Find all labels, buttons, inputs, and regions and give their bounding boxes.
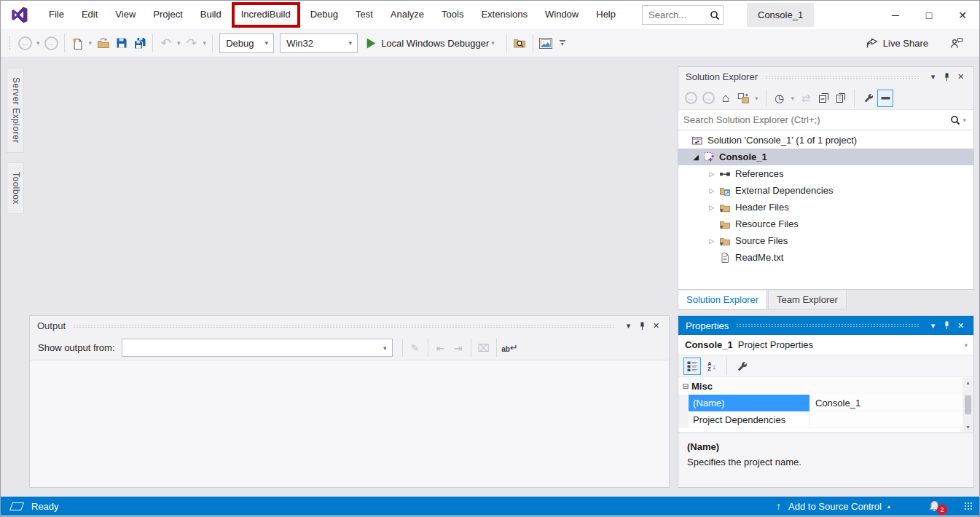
- panel-drag-handle[interactable]: [736, 323, 919, 328]
- redo-dropdown[interactable]: ▾: [201, 39, 209, 47]
- close-panel-button[interactable]: ✕: [649, 321, 663, 331]
- tree-item-references[interactable]: ▷References: [678, 165, 973, 182]
- word-wrap-button[interactable]: ab↵: [501, 342, 520, 353]
- close-panel-button[interactable]: ✕: [954, 72, 968, 82]
- window-position-dropdown[interactable]: ▾: [926, 72, 940, 82]
- previous-message-button[interactable]: ⇤: [432, 342, 450, 354]
- quick-search-box[interactable]: [642, 5, 724, 25]
- close-button[interactable]: ✕: [946, 1, 979, 29]
- categorized-view-button[interactable]: [683, 358, 701, 375]
- tree-item-readme-txt[interactable]: ReadMe.txt: [678, 249, 973, 266]
- feedback-button[interactable]: [950, 37, 963, 49]
- alphabetical-sort-button[interactable]: AZ↓: [703, 358, 721, 375]
- pin-icon[interactable]: [940, 321, 954, 330]
- dock-tab-server-explorer[interactable]: Server Explorer: [7, 68, 24, 153]
- property-name-cell[interactable]: (Name): [689, 395, 810, 411]
- property-row-project-dependencies[interactable]: Project Dependencies: [678, 411, 973, 428]
- scrollbar-thumb[interactable]: [965, 395, 971, 414]
- scroll-up-icon[interactable]: ▴: [966, 379, 969, 386]
- properties-button[interactable]: [860, 90, 876, 107]
- tree-collapsed-arrow-icon[interactable]: ▷: [705, 237, 719, 245]
- menu-item-test[interactable]: Test: [347, 1, 382, 29]
- menu-item-tools[interactable]: Tools: [433, 1, 472, 29]
- menu-item-help[interactable]: Help: [587, 1, 624, 29]
- property-pages-button[interactable]: [733, 358, 750, 375]
- tree-item-console-1[interactable]: ◢Console_1: [678, 149, 973, 165]
- find-in-files-button[interactable]: [511, 33, 528, 53]
- switch-views-button[interactable]: [735, 90, 751, 107]
- preview-selected-items-toggle[interactable]: [877, 90, 893, 107]
- solution-search-input[interactable]: [683, 114, 950, 125]
- property-name-cell[interactable]: Project Dependencies: [689, 411, 810, 428]
- pending-changes-filter-button[interactable]: ◷: [772, 90, 788, 107]
- property-value-cell[interactable]: [810, 411, 973, 428]
- switch-views-dropdown[interactable]: ▾: [753, 95, 761, 102]
- open-file-button[interactable]: [95, 33, 111, 53]
- navigate-back-button[interactable]: ←: [17, 33, 34, 53]
- solution-platform-combo[interactable]: Win32 ▾: [280, 33, 358, 53]
- menu-item-incredibuild[interactable]: IncrediBuild: [232, 2, 300, 28]
- navigate-forward-button[interactable]: →: [43, 33, 60, 53]
- undo-dropdown[interactable]: ▾: [175, 39, 183, 47]
- window-position-dropdown[interactable]: ▾: [622, 321, 635, 331]
- tree-collapsed-arrow-icon[interactable]: ▷: [705, 204, 719, 211]
- menu-item-window[interactable]: Window: [536, 1, 587, 29]
- solution-explorer-search[interactable]: ▾: [678, 109, 973, 130]
- background-tasks-icon[interactable]: [9, 502, 24, 510]
- minimize-button[interactable]: ─: [879, 1, 912, 29]
- start-debugging-button[interactable]: Local Windows Debugger ▾: [366, 38, 497, 49]
- menu-item-debug[interactable]: Debug: [302, 1, 347, 29]
- notifications-button[interactable]: 2: [928, 500, 941, 513]
- tree-collapsed-arrow-icon[interactable]: ▷: [705, 187, 719, 194]
- collapse-category-icon[interactable]: ⊟: [680, 382, 691, 391]
- tab-team-explorer[interactable]: Team Explorer: [768, 291, 847, 309]
- output-panel-header[interactable]: Output ▾ ✕: [30, 316, 669, 336]
- toolbar-grip[interactable]: [8, 36, 12, 50]
- source-control-caret-icon[interactable]: ▴: [887, 503, 890, 510]
- maximize-button[interactable]: □: [912, 1, 946, 29]
- search-options-dropdown[interactable]: ▾: [960, 117, 968, 124]
- tree-item-solution-console-1-1-of-1-project[interactable]: Solution 'Console_1' (1 of 1 project): [678, 132, 973, 149]
- menu-item-extensions[interactable]: Extensions: [472, 1, 536, 29]
- home-icon[interactable]: ⌂: [718, 90, 734, 107]
- new-project-button[interactable]: [69, 33, 86, 53]
- add-to-source-control-button[interactable]: Add to Source Control: [788, 501, 882, 512]
- menu-item-project[interactable]: Project: [144, 1, 191, 29]
- close-panel-button[interactable]: ✕: [954, 321, 968, 331]
- tree-item-external-dependencies[interactable]: ▷External Dependencies: [678, 182, 973, 199]
- resize-grip[interactable]: [964, 502, 973, 511]
- redo-button[interactable]: ↷: [184, 33, 200, 53]
- find-message-button[interactable]: ✎: [407, 342, 424, 354]
- new-project-dropdown[interactable]: ▾: [87, 39, 95, 47]
- next-message-button[interactable]: ⇥: [450, 342, 467, 354]
- collapse-all-button[interactable]: [815, 90, 831, 107]
- live-share-button[interactable]: Live Share: [866, 38, 928, 49]
- save-all-button[interactable]: [131, 33, 148, 53]
- forward-button[interactable]: →: [700, 90, 716, 107]
- solution-explorer-header[interactable]: Solution Explorer ▾ ✕: [678, 67, 973, 87]
- dock-tab-toolbox[interactable]: Toolbox: [7, 162, 24, 214]
- undo-button[interactable]: ↶: [157, 33, 174, 53]
- document-title-tab[interactable]: Console_1: [747, 3, 814, 27]
- menu-item-file[interactable]: File: [40, 1, 73, 29]
- property-row-name[interactable]: (Name)Console_1: [678, 395, 973, 411]
- back-button[interactable]: ←: [683, 90, 699, 107]
- show-all-files-button[interactable]: [833, 90, 849, 107]
- output-content[interactable]: [30, 360, 669, 487]
- tab-solution-explorer[interactable]: Solution Explorer: [678, 291, 767, 309]
- property-value-cell[interactable]: Console_1: [810, 395, 973, 411]
- build-monitor-button[interactable]: [538, 33, 554, 53]
- output-source-combo[interactable]: ▾: [122, 339, 393, 357]
- sync-with-active-document-button[interactable]: ⇄: [798, 90, 814, 107]
- menu-item-build[interactable]: Build: [192, 1, 230, 29]
- navigate-back-dropdown[interactable]: ▾: [34, 39, 42, 47]
- tree-collapsed-arrow-icon[interactable]: ▷: [705, 170, 719, 178]
- tree-item-resource-files[interactable]: Resource Files: [678, 216, 973, 232]
- window-position-dropdown[interactable]: ▾: [926, 321, 940, 331]
- filter-dropdown[interactable]: ▾: [789, 95, 797, 102]
- menu-item-analyze[interactable]: Analyze: [382, 1, 433, 29]
- clear-all-button[interactable]: ⌧: [475, 342, 493, 354]
- save-button[interactable]: [113, 33, 130, 53]
- tree-item-source-files[interactable]: ▷Source Files: [678, 232, 973, 249]
- panel-drag-handle[interactable]: [765, 75, 919, 79]
